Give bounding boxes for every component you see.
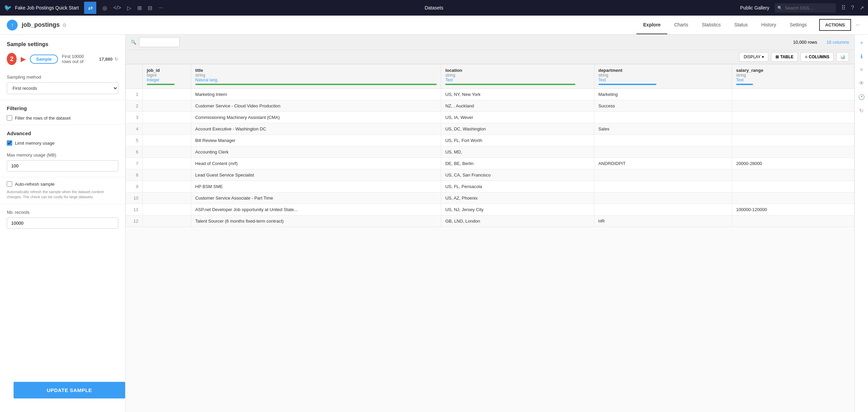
cell-salary_range — [732, 112, 854, 123]
nb-records-section: Nb. records — [0, 206, 125, 233]
table-row: 9 HP BSM SME US, FL, Pensacola — [126, 181, 854, 192]
row-number: 12 — [126, 215, 143, 227]
col-header-job_id[interactable]: job_id bigint Integer — [143, 64, 191, 89]
cell-job_id — [143, 181, 191, 192]
table-row: 3 Commissioning Machinery Assistant (CMA… — [126, 112, 854, 123]
advanced-title: Advanced — [0, 126, 125, 138]
tab-charts[interactable]: Charts — [667, 16, 695, 34]
table-row: 1 Marketing Intern US, NY, New York Mark… — [126, 89, 854, 100]
limit-memory-row: Limit memory usage — [0, 138, 125, 148]
more-icon[interactable]: ··· — [158, 5, 163, 11]
cell-salary_range — [732, 146, 854, 158]
col-header-location[interactable]: location string Text — [441, 64, 594, 89]
cols-count[interactable]: 18 columns — [827, 40, 849, 45]
collapse-icon[interactable]: ← — [855, 21, 861, 28]
cell-location: US, CA, San Francisco — [441, 169, 594, 181]
display-button[interactable]: DISPLAY ▾ — [739, 52, 768, 62]
cell-department: Marketing — [594, 89, 732, 100]
table-icon[interactable]: ⊞ — [137, 5, 142, 11]
refresh-icon[interactable]: ↻ — [115, 57, 118, 62]
nb-records-input[interactable] — [7, 218, 118, 229]
sample-button[interactable]: Sample — [30, 55, 58, 64]
max-memory-input[interactable]: 100 — [7, 160, 118, 171]
auto-refresh-desc: Automatically refresh the sample when th… — [0, 189, 125, 203]
top-navigation: 🐦 Fake Job Postings Quick Start ⇄ ◎ </> … — [0, 0, 868, 16]
info-icon[interactable]: ℹ — [856, 51, 867, 62]
max-memory-section: Max memory usage (MB) 100 — [0, 148, 125, 176]
dataset-settings-icon[interactable]: ⚙ — [62, 22, 67, 28]
table-row: 5 Bill Review Manager US, FL, Fort Worth — [126, 135, 854, 146]
target-icon[interactable]: ◎ — [102, 5, 107, 11]
help-icon[interactable]: ? — [851, 5, 854, 11]
actions-button[interactable]: ACTIONS — [819, 19, 851, 31]
cell-salary_range — [732, 123, 854, 135]
cell-location: US, FL, Pensacola — [441, 181, 594, 192]
update-sample-button[interactable]: UPDATE SAMPLE — [14, 382, 125, 398]
tab-explore[interactable]: Explore — [636, 16, 667, 34]
cell-department: HR — [594, 215, 732, 227]
col-header-department[interactable]: department string Text — [594, 64, 732, 89]
columns-button[interactable]: ≡ COLUMNS — [801, 52, 834, 62]
cell-title: Talent Sourcer (6 months fixed-term cont… — [191, 215, 441, 227]
cell-title: HP BSM SME — [191, 181, 441, 192]
cell-title: Lead Guest Service Specialist — [191, 169, 441, 181]
apps-icon[interactable]: ⠿ — [841, 4, 846, 12]
cell-department — [594, 135, 732, 146]
share-icon[interactable]: ⇄ — [84, 2, 96, 14]
chart-button[interactable]: 📊 — [836, 52, 849, 62]
filtering-title: Filtering — [0, 101, 125, 112]
table-button[interactable]: ⊞ TABLE — [771, 52, 798, 62]
sync-icon[interactable]: ↻ — [856, 105, 867, 116]
cell-salary_range — [732, 215, 854, 227]
tab-statistics[interactable]: Statistics — [695, 16, 728, 34]
table-row: 6 Accounting Clerk US, MD, — [126, 146, 854, 158]
auto-refresh-checkbox[interactable] — [7, 181, 12, 187]
cell-location: US, AZ, Phoenix — [441, 192, 594, 204]
cell-department: ANDROIDPIT — [594, 158, 732, 169]
sample-settings-title: Sample settings — [0, 35, 125, 47]
row-number: 2 — [126, 100, 143, 112]
tab-settings[interactable]: Settings — [783, 16, 814, 34]
sampling-method-section: Sampling method First records — [0, 70, 125, 98]
main-tabs: Explore Charts Statistics Status History… — [636, 16, 813, 34]
chevron-down-icon: ▾ — [762, 55, 764, 59]
col-header-title[interactable]: title string Natural lang. — [191, 64, 441, 89]
cell-department — [594, 112, 732, 123]
bar-chart-icon: 📊 — [840, 55, 845, 59]
cell-job_id — [143, 112, 191, 123]
table-row: 4 Account Executive - Washington DC US, … — [126, 123, 854, 135]
table-row: 12 Talent Sourcer (6 months fixed-term c… — [126, 215, 854, 227]
row-number: 11 — [126, 204, 143, 215]
nb-records-label: Nb. records — [7, 210, 118, 215]
plus-icon[interactable]: ＋ — [856, 37, 867, 48]
search-input[interactable] — [775, 3, 836, 13]
play-icon[interactable]: ▷ — [127, 5, 131, 11]
tab-status[interactable]: Status — [728, 16, 755, 34]
eye-icon[interactable]: 👁 — [856, 78, 867, 89]
grid-icon[interactable]: ⊟ — [148, 5, 152, 11]
cell-department — [594, 192, 732, 204]
cell-salary_range — [732, 135, 854, 146]
cell-location: US, FL, Fort Worth — [441, 135, 594, 146]
left-panel: Sample settings 2 ▶ Sample First 10000 r… — [0, 35, 125, 412]
sampling-method-select[interactable]: First records — [7, 82, 118, 94]
row-number: 9 — [126, 181, 143, 192]
list-icon[interactable]: ≡ — [856, 64, 867, 75]
limit-memory-checkbox[interactable] — [7, 140, 12, 146]
sample-badge-row: 2 ▶ Sample First 10000 rows out of 17,88… — [0, 47, 125, 70]
columns-list-icon: ≡ — [805, 55, 807, 59]
col-header-salary_range[interactable]: salary_range string Text — [732, 64, 854, 89]
data-table-container: job_id bigint Integer title string Natur… — [125, 64, 854, 412]
public-gallery-link[interactable]: Public Gallery — [740, 5, 769, 11]
filter-checkbox[interactable] — [7, 115, 12, 121]
column-search-input[interactable] — [139, 37, 180, 47]
clock-icon[interactable]: 🕐 — [856, 91, 867, 102]
table-row: 2 Customer Service - Cloud Video Product… — [126, 100, 854, 112]
cell-job_id — [143, 158, 191, 169]
cell-salary_range — [732, 100, 854, 112]
code-icon[interactable]: </> — [113, 5, 121, 11]
tab-history[interactable]: History — [754, 16, 783, 34]
external-link-icon[interactable]: ↗ — [860, 5, 864, 11]
cell-department — [594, 181, 732, 192]
cell-job_id — [143, 89, 191, 100]
